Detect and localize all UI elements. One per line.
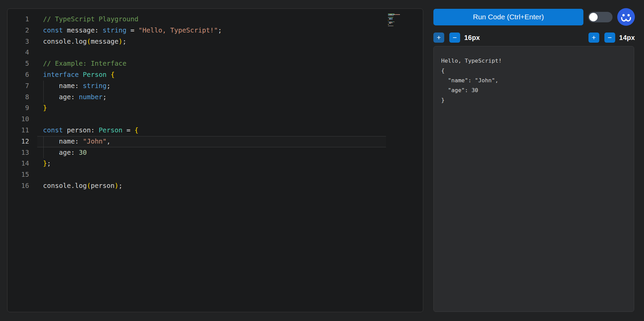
- code-text: console.log(person);: [43, 180, 123, 192]
- output-line: {: [441, 66, 628, 76]
- code-line: 7 name: string;: [7, 81, 423, 92]
- output-font-size-controls: + − 14px: [588, 33, 635, 43]
- output-font-size-label: 14px: [619, 34, 635, 42]
- code-line: 3console.log(message);: [7, 36, 423, 47]
- line-number: 12: [7, 136, 29, 147]
- toggle-knob-icon: [589, 13, 598, 21]
- code-text: // TypeScript Playground: [43, 14, 138, 25]
- code-line: 4: [7, 47, 423, 58]
- code-text: age: number;: [43, 92, 107, 103]
- code-text: age: 30: [43, 147, 87, 158]
- line-number: 9: [7, 103, 29, 114]
- line-number: 14: [7, 158, 29, 169]
- mascot-button[interactable]: [617, 8, 635, 26]
- app-root: 1// TypeScript Playground2const message:…: [0, 0, 644, 321]
- code-text: name: string;: [43, 81, 111, 92]
- editor-font-size-label: 16px: [464, 34, 480, 42]
- output-line: }: [441, 95, 628, 105]
- code-text: // Example: Interface: [43, 58, 127, 69]
- code-line: 2const message: string = "Hello, TypeScr…: [7, 25, 423, 36]
- theme-toggle[interactable]: [588, 12, 613, 22]
- code-text: console.log(message);: [43, 36, 127, 47]
- code-line: 16console.log(person);: [7, 180, 423, 192]
- minimap[interactable]: [388, 14, 405, 28]
- code-line: 10: [7, 114, 423, 125]
- code-text: const message: string = "Hello, TypeScri…: [43, 25, 222, 36]
- run-output-column: Run Code (Ctrl+Enter) + − 16px + − 14px: [433, 8, 635, 312]
- code-line: 14};: [7, 158, 423, 169]
- code-editor[interactable]: 1// TypeScript Playground2const message:…: [7, 8, 423, 312]
- line-number: 1: [7, 14, 29, 25]
- code-text: name: "John",: [43, 136, 111, 147]
- line-number: 16: [7, 180, 29, 192]
- output-font-decrease-button[interactable]: −: [604, 33, 615, 43]
- editor-lines: 1// TypeScript Playground2const message:…: [7, 9, 423, 192]
- font-size-controls: + − 16px + − 14px: [433, 33, 635, 43]
- code-text: }: [43, 103, 47, 114]
- output-line: Hello, TypeScript!: [441, 56, 628, 66]
- code-text: interface Person {: [43, 69, 114, 81]
- output-line: "age": 30: [441, 85, 628, 95]
- line-number: 2: [7, 25, 29, 36]
- line-number: 7: [7, 81, 29, 92]
- code-text: const person: Person = {: [43, 125, 138, 136]
- editor-font-increase-button[interactable]: +: [433, 33, 444, 43]
- line-number: 11: [7, 125, 29, 136]
- code-text: };: [43, 158, 51, 169]
- code-line: 13 age: 30: [7, 147, 423, 158]
- code-line: 11const person: Person = {: [7, 125, 423, 136]
- editor-font-decrease-button[interactable]: −: [449, 33, 460, 43]
- code-line: 5// Example: Interface: [7, 58, 423, 69]
- output-font-increase-button[interactable]: +: [588, 33, 599, 43]
- code-line: 8 age: number;: [7, 92, 423, 103]
- smiley-face-icon: [617, 8, 635, 26]
- output-panel: Hello, TypeScript!{ "name": "John", "age…: [433, 46, 634, 312]
- line-number: 10: [7, 114, 29, 125]
- run-code-button[interactable]: Run Code (Ctrl+Enter): [433, 9, 583, 25]
- line-number: 8: [7, 92, 29, 103]
- code-line: 15: [7, 169, 423, 180]
- code-line: 6interface Person {: [7, 69, 423, 81]
- code-line: 9}: [7, 103, 423, 114]
- line-number: 15: [7, 169, 29, 180]
- line-number: 5: [7, 58, 29, 69]
- code-line: 1// TypeScript Playground: [7, 14, 423, 25]
- toolbar: Run Code (Ctrl+Enter): [433, 8, 635, 25]
- code-line: 12 name: "John",: [7, 136, 423, 147]
- line-number: 13: [7, 147, 29, 158]
- output-line: "name": "John",: [441, 76, 628, 85]
- line-number: 3: [7, 36, 29, 47]
- line-number: 4: [7, 47, 29, 58]
- line-number: 6: [7, 69, 29, 81]
